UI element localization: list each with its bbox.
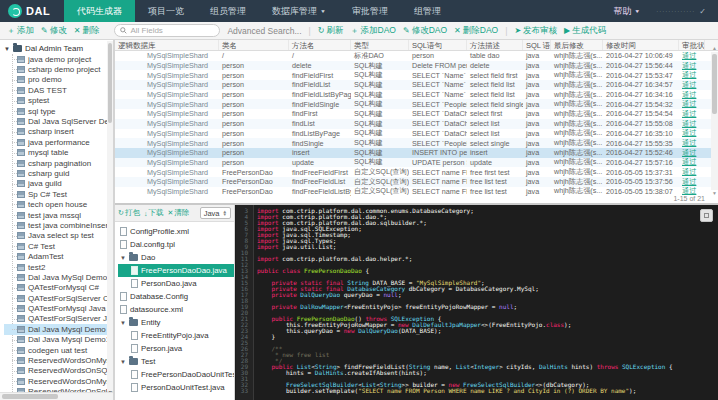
file-tree-folder[interactable]: ▼Dao xyxy=(118,251,234,264)
user-menu[interactable]: ·············✓ xyxy=(656,7,706,16)
menu-item[interactable]: 审批管理 xyxy=(339,0,401,22)
sidebar-project-item[interactable]: Java select sp test xyxy=(4,231,113,241)
table-row[interactable]: MySqlSimpleShardFreePersonDaofindFreeFie… xyxy=(115,167,718,177)
menu-item[interactable]: 项目一览 xyxy=(135,0,197,22)
column-header[interactable]: SQL 语言 xyxy=(523,40,551,50)
column-header[interactable]: 修改时间 xyxy=(603,40,679,50)
sidebar-project-item[interactable]: sptest xyxy=(4,96,113,106)
column-header[interactable]: 逻辑数据库 xyxy=(115,40,219,50)
table-row[interactable]: MySqlSimpleShardpersonfindFirstSQL构建SELE… xyxy=(115,109,718,119)
sidebar-project-item[interactable]: csharp guid xyxy=(4,168,113,178)
sidebar-project-item[interactable]: QATestForMysql C# xyxy=(4,283,113,293)
table-row[interactable]: MySqlSimpleShardpersondeleteSQL构建Delete … xyxy=(115,61,718,71)
approval-status-link[interactable]: 通过 xyxy=(679,70,705,80)
column-header[interactable]: 方法名 xyxy=(289,40,351,50)
dal-logo[interactable]: DAL xyxy=(0,0,64,22)
table-row[interactable]: MySqlSimpleShard//标准DAOpersontable daoja… xyxy=(115,51,718,61)
sidebar-project-item[interactable]: ReservedWordsOnSQLSer xyxy=(4,366,113,376)
file-tree-file[interactable]: datasource.xml xyxy=(118,303,234,316)
column-header[interactable]: 类型 xyxy=(351,40,409,50)
table-row[interactable]: MySqlSimpleShardpersonfindFieldListSQL构建… xyxy=(115,80,718,90)
column-header[interactable]: 审批状态 xyxy=(679,40,705,50)
add-dao-button[interactable]: ＋添加DAO xyxy=(351,25,396,37)
sidebar-project-item[interactable]: codegen uat test xyxy=(4,345,113,355)
edit-button[interactable]: ✎修改 xyxy=(41,25,67,37)
sidebar-project-item[interactable]: mysql table xyxy=(4,148,113,158)
sidebar-project-item[interactable]: QATestForSqlServer Java xyxy=(4,314,113,324)
download-button[interactable]: ↓下载 xyxy=(144,208,164,218)
sidebar-project-item[interactable]: java demo project xyxy=(4,54,113,64)
file-tree-file[interactable]: Database.Config xyxy=(118,290,234,303)
sidebar-project-item[interactable]: AdamTest xyxy=(4,251,113,261)
menu-item[interactable]: 代码生成器 xyxy=(64,0,135,22)
scrollbar-thumb[interactable] xyxy=(2,394,58,399)
table-row[interactable]: MySqlSimpleShardpersonfindFieldFirstSQL构… xyxy=(115,70,718,80)
file-tree-file[interactable]: FreePersonDaoDaoUnitTest.java xyxy=(118,368,234,381)
add-button[interactable]: ＋添加 xyxy=(7,25,34,37)
sidebar-project-item[interactable]: java guild xyxy=(4,179,113,189)
sidebar-project-item[interactable]: Dal Java MySql Demo xyxy=(4,272,113,282)
table-row[interactable]: MySqlSimpleShardpersonfindListByPageSQL构… xyxy=(115,129,718,139)
sidebar-project-item[interactable]: java performance xyxy=(4,137,113,147)
sidebar-project-item[interactable]: sql type xyxy=(4,106,113,116)
sidebar-project-item[interactable]: Dal Java Mysql Demo xyxy=(4,324,113,334)
file-tree-folder[interactable]: ▼Test xyxy=(118,355,234,368)
approval-status-link[interactable]: 通过 xyxy=(679,128,705,138)
tree-root-dal-admin-team[interactable]: ▼ Dal Admin Team xyxy=(4,43,113,54)
sidebar-project-item[interactable]: Sp C# Test xyxy=(4,189,113,199)
column-header[interactable]: 方法描述 xyxy=(467,40,523,50)
sidebar-project-item[interactable]: QATestForMysql Java xyxy=(4,303,113,313)
column-header[interactable]: 类名 xyxy=(219,40,289,50)
sidebar-project-item[interactable]: test2 xyxy=(4,262,113,272)
scroll-down-icon[interactable]: ▼ xyxy=(711,190,718,197)
file-tree-file[interactable]: FreePersonDaoDao.java xyxy=(118,264,234,277)
table-row[interactable]: MySqlSimpleShardpersonfindFieldSingleSQL… xyxy=(115,99,718,109)
delete-dao-button[interactable]: ✕删除DAO xyxy=(454,25,498,37)
sidebar-project-item[interactable]: Dal Java Mysql Demo1 xyxy=(4,335,113,345)
file-tree-file[interactable]: PersonDaoUnitTest.java xyxy=(118,381,234,394)
sidebar-project-item[interactable]: pro demo xyxy=(4,75,113,85)
table-row[interactable]: MySqlSimpleShardpersoninsertSQL构建INSERT … xyxy=(115,148,718,158)
clear-button[interactable]: ✕清除 xyxy=(167,208,189,218)
approval-status-link[interactable]: 通过 xyxy=(679,51,705,61)
approval-status-link[interactable]: 通过 xyxy=(679,109,705,119)
table-row[interactable]: MySqlSimpleShardpersonfindFieldListByPag… xyxy=(115,90,718,100)
scroll-up-icon[interactable]: ▲ xyxy=(711,45,718,52)
approval-status-link[interactable]: 通过 xyxy=(679,148,705,158)
sidebar-project-item[interactable]: tech open house xyxy=(4,199,113,209)
sidebar-project-item[interactable]: Dal Java SqlServer Demo xyxy=(4,116,113,126)
sidebar-project-item[interactable]: ReservedWordsOnMysql xyxy=(4,355,113,365)
refresh-button[interactable]: ↻刷新 xyxy=(318,25,344,37)
file-tree-file[interactable]: Person.java xyxy=(118,342,234,355)
scrollbar-thumb[interactable] xyxy=(108,43,112,123)
scrollbar-thumb[interactable] xyxy=(712,54,717,114)
delete-button[interactable]: ✕删除 xyxy=(74,25,100,37)
menu-item[interactable]: 组员管理 xyxy=(197,0,259,22)
approval-status-link[interactable]: 通过 xyxy=(679,167,705,177)
sidebar-project-item[interactable]: csharp insert xyxy=(4,127,113,137)
file-tree-file[interactable]: Dal.config.tpl xyxy=(118,238,234,251)
help-menu[interactable]: 帮助▼ xyxy=(613,5,640,18)
sidebar-project-item[interactable]: test java combineInser xyxy=(4,220,113,230)
column-header[interactable]: SQL语句 xyxy=(409,40,467,50)
approval-status-link[interactable]: 通过 xyxy=(679,99,705,109)
approval-status-link[interactable]: 通过 xyxy=(679,157,705,167)
sidebar-project-item[interactable]: QATestForSqlServer C# xyxy=(4,293,113,303)
menu-item[interactable]: 数据库管理▼ xyxy=(259,0,339,22)
table-row[interactable]: MySqlSimpleShardFreePersonDaofindFreeFie… xyxy=(115,187,718,197)
expand-icon[interactable] xyxy=(700,209,713,222)
table-row[interactable]: MySqlSimpleShardpersonupdateSQL构建UPDATE … xyxy=(115,158,718,168)
publish-review-button[interactable]: ➤发布审核 xyxy=(514,25,557,37)
column-header[interactable]: 最后修改 xyxy=(551,40,603,50)
approval-status-link[interactable]: 通过 xyxy=(679,177,705,187)
approval-status-link[interactable]: 通过 xyxy=(679,61,705,71)
package-button[interactable]: ↻打包 xyxy=(118,208,140,218)
approval-status-link[interactable]: 通过 xyxy=(679,90,705,100)
approval-status-link[interactable]: 通过 xyxy=(679,138,705,148)
language-select[interactable]: Java ▲▼ xyxy=(200,207,231,219)
approval-status-link[interactable]: 通过 xyxy=(679,80,705,90)
file-tree-file[interactable]: ConfigProfile.xml xyxy=(118,225,234,238)
approval-status-link[interactable]: 通过 xyxy=(679,119,705,129)
file-tree-file[interactable]: FreeEntityPojo.java xyxy=(118,329,234,342)
sidebar-project-item[interactable]: C# Test xyxy=(4,241,113,251)
